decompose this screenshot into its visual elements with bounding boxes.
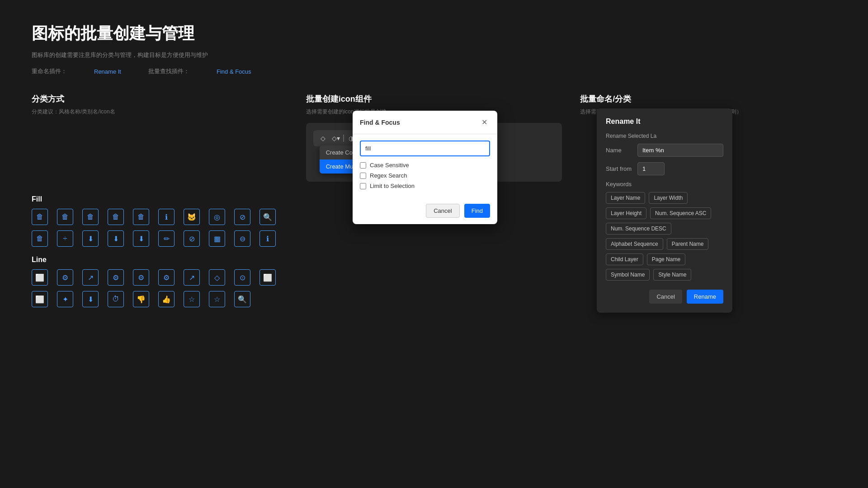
limit-selection-row: Limit to Selection <box>360 183 490 189</box>
toolbar-component-dropdown-icon[interactable]: ◇▾ <box>330 133 341 144</box>
fill-icon-1[interactable]: 🗑 <box>32 209 48 225</box>
line-icon-13[interactable]: ⬇ <box>82 291 99 307</box>
fill-icon-12[interactable]: ÷ <box>57 230 73 247</box>
start-label: Start from <box>606 165 633 172</box>
page-subtitle: 图标库的创建需要注意库的分类与管理，构建目标是方便使用与维护 <box>32 51 836 59</box>
regex-search-label: Regex Search <box>370 172 407 179</box>
section2-title: 批量创建icon组件 <box>306 94 562 104</box>
fill-icon-4[interactable]: 🗑 <box>108 209 124 225</box>
rename-label: 重命名插件： <box>32 67 67 75</box>
fill-icon-11[interactable]: 🗑 <box>32 230 48 247</box>
fill-icon-14[interactable]: ⬇ <box>108 230 124 247</box>
limit-selection-label: Limit to Selection <box>370 183 415 189</box>
fill-icon-6[interactable]: ℹ <box>158 209 175 225</box>
keyword-symbol-name[interactable]: Symbol Name <box>606 269 650 281</box>
fill-icon-17[interactable]: ⊘ <box>184 230 200 247</box>
keyword-num-asc[interactable]: Num. Sequence ASC <box>650 207 711 219</box>
keyword-alphabet[interactable]: Alphabet Sequence <box>606 238 663 250</box>
toolbar-component-icon[interactable]: ◇ <box>318 133 329 144</box>
find-focus-link[interactable]: Find & Focus <box>217 68 251 75</box>
fill-icon-15[interactable]: ⬇ <box>133 230 149 247</box>
fill-icon-10[interactable]: 🔍 <box>259 209 276 225</box>
rename-panel: Rename It Rename Selected La Name Start … <box>597 108 732 313</box>
links-row: 重命名插件： Rename It 批量查找插件： Find & Focus <box>32 67 836 75</box>
regex-search-row: Regex Search <box>360 172 490 179</box>
fill-icon-8[interactable]: ◎ <box>209 209 225 225</box>
fill-icon-5[interactable]: 🗑 <box>133 209 149 225</box>
keyword-num-desc[interactable]: Num. Sequence DESC <box>606 223 671 235</box>
line-icon-19[interactable]: 🔍 <box>234 291 250 307</box>
fill-icon-9[interactable]: ⊘ <box>234 209 250 225</box>
keyword-parent-name[interactable]: Parent Name <box>667 238 709 250</box>
case-sensitive-checkbox[interactable] <box>360 162 366 169</box>
line-icon-4[interactable]: ⚙ <box>108 269 124 286</box>
line-icon-7[interactable]: ↗ <box>184 269 200 286</box>
keyword-layer-height[interactable]: Layer Height <box>606 207 646 219</box>
regex-search-checkbox[interactable] <box>360 173 366 179</box>
fill-icon-13[interactable]: ⬇ <box>82 230 99 247</box>
keywords-title: Keywords <box>606 181 723 188</box>
rename-it-link[interactable]: Rename It <box>94 68 121 75</box>
rename-name-row: Name <box>606 144 723 157</box>
section1-desc: 分类建议：风格名称/类别名/icon名 <box>32 108 288 116</box>
line-icon-2[interactable]: ⚙ <box>57 269 73 286</box>
keyword-page-name[interactable]: Page Name <box>647 253 685 265</box>
keywords-grid: Layer Name Layer Width Layer Height Num.… <box>606 192 723 281</box>
line-icon-18[interactable]: ☆ <box>209 291 225 307</box>
case-sensitive-label: Case Sensitive <box>370 162 409 169</box>
fill-icon-16[interactable]: ✏ <box>158 230 175 247</box>
fill-icon-20[interactable]: ℹ <box>259 230 276 247</box>
modal-title: Find & Focus <box>360 119 400 126</box>
line-icon-9[interactable]: ⊙ <box>234 269 250 286</box>
fill-icon-3[interactable]: 🗑 <box>82 209 99 225</box>
line-icon-12[interactable]: ✦ <box>57 291 73 307</box>
line-icon-17[interactable]: ☆ <box>184 291 200 307</box>
section1-title: 分类方式 <box>32 94 288 104</box>
limit-selection-checkbox[interactable] <box>360 183 366 189</box>
line-icon-3[interactable]: ↗ <box>82 269 99 286</box>
find-cancel-button[interactable]: Cancel <box>426 204 459 218</box>
modal-footer: Cancel Find <box>353 199 497 224</box>
line-icon-14[interactable]: ⏱ <box>108 291 124 307</box>
keyword-child-layer[interactable]: Child Layer <box>606 253 643 265</box>
fill-icon-7[interactable]: 🐱 <box>184 209 200 225</box>
fill-icon-19[interactable]: ⊖ <box>234 230 250 247</box>
line-icon-6[interactable]: ⚙ <box>158 269 175 286</box>
name-input[interactable] <box>637 144 723 157</box>
rename-panel-title: Rename It <box>606 117 723 126</box>
fill-icon-2[interactable]: 🗑 <box>57 209 73 225</box>
case-sensitive-row: Case Sensitive <box>360 162 490 169</box>
line-icon-10[interactable]: ⬜ <box>259 269 276 286</box>
keyword-style-name[interactable]: Style Name <box>653 269 691 281</box>
modal-body: Case Sensitive Regex Search Limit to Sel… <box>353 134 497 199</box>
keyword-layer-width[interactable]: Layer Width <box>649 192 688 204</box>
line-icon-1[interactable]: ⬜ <box>32 269 48 286</box>
find-search-input[interactable] <box>360 141 490 156</box>
rename-confirm-button[interactable]: Rename <box>687 290 723 304</box>
line-icon-8[interactable]: ◇ <box>209 269 225 286</box>
modal-close-button[interactable]: ✕ <box>479 117 490 127</box>
name-label: Name <box>606 147 633 154</box>
section3-title: 批量命名/分类 <box>580 94 836 104</box>
section-classify: 分类方式 分类建议：风格名称/类别名/icon名 <box>32 94 288 182</box>
find-focus-modal: Find & Focus ✕ Case Sensitive Regex Sear… <box>353 111 497 224</box>
find-confirm-button[interactable]: Find <box>464 204 490 218</box>
rename-panel-actions: Cancel Rename <box>606 290 723 304</box>
line-icon-15[interactable]: 👎 <box>133 291 149 307</box>
start-input[interactable] <box>637 162 665 175</box>
line-icon-16[interactable]: 👍 <box>158 291 175 307</box>
rename-cancel-button[interactable]: Cancel <box>649 290 682 304</box>
line-icon-5[interactable]: ⚙ <box>133 269 149 286</box>
rename-start-row: Start from <box>606 162 723 175</box>
keywords-section: Keywords Layer Name Layer Width Layer He… <box>606 181 723 281</box>
modal-header: Find & Focus ✕ <box>353 111 497 134</box>
page-title: 图标的批量创建与管理 <box>32 23 836 45</box>
keyword-layer-name[interactable]: Layer Name <box>606 192 645 204</box>
rename-selected-label: Rename Selected La <box>606 133 723 139</box>
line-icon-11[interactable]: ⬜ <box>32 291 48 307</box>
fill-icon-18[interactable]: ▦ <box>209 230 225 247</box>
find-label: 批量查找插件： <box>148 67 189 75</box>
